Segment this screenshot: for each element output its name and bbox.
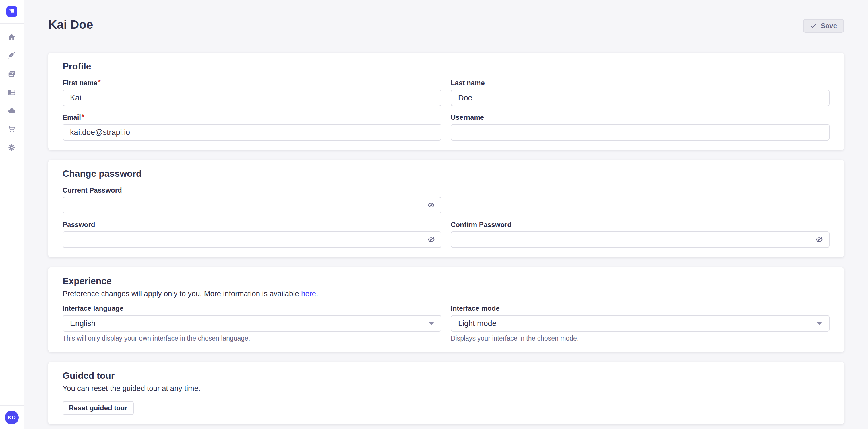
cloud-icon (7, 106, 16, 115)
strapi-logo[interactable] (6, 6, 17, 17)
toggle-password-visibility-button[interactable] (815, 236, 823, 243)
app-root: KD Kai Doe Save Profile First name* (0, 0, 868, 424)
save-button-label: Save (821, 22, 837, 30)
field-email: Email* (63, 113, 441, 141)
required-asterisk: * (82, 113, 84, 121)
field-interface-language: Interface language English This will onl… (63, 304, 441, 342)
first-name-input[interactable] (63, 90, 441, 106)
current-password-label: Current Password (63, 186, 122, 195)
current-password-wrap (63, 197, 441, 213)
eye-off-icon (427, 236, 435, 243)
interface-language-value: English (70, 319, 96, 328)
change-password-card: Change password Current Password (48, 160, 844, 257)
experience-grid: Interface language English This will onl… (63, 304, 830, 342)
sidebar-item-cloud[interactable] (5, 104, 19, 118)
experience-card: Experience Preference changes will apply… (48, 267, 844, 352)
sidebar-item-content-manager[interactable] (5, 49, 19, 63)
sidebar-user-area: KD (0, 405, 24, 429)
sidebar-item-home[interactable] (5, 30, 19, 44)
interface-mode-value: Light mode (458, 319, 497, 328)
interface-language-label: Interface language (63, 304, 123, 313)
sidebar-item-media-library[interactable] (5, 67, 19, 81)
main-content: Kai Doe Save Profile First name* (24, 0, 868, 424)
avatar[interactable]: KD (5, 410, 19, 424)
page-header: Kai Doe Save (48, 0, 844, 33)
eye-off-icon (815, 236, 823, 243)
experience-description-period: . (316, 289, 318, 298)
guided-tour-card: Guided tour You can reset the guided tou… (48, 362, 844, 424)
current-password-input[interactable] (63, 197, 441, 213)
field-first-name: First name* (63, 78, 441, 106)
interface-mode-select[interactable]: Light mode (451, 315, 830, 332)
field-confirm-password: Confirm Password (451, 220, 830, 248)
interface-language-select[interactable]: English (63, 315, 441, 332)
confirm-password-wrap (451, 231, 830, 248)
sidebar-item-settings[interactable] (5, 141, 19, 154)
last-name-input[interactable] (451, 90, 830, 106)
required-asterisk: * (98, 78, 100, 86)
reset-guided-tour-button[interactable]: Reset guided tour (63, 401, 134, 415)
confirm-password-label: Confirm Password (451, 220, 512, 229)
username-label: Username (451, 113, 484, 122)
sidebar-nav (0, 24, 24, 154)
interface-mode-label: Interface mode (451, 304, 500, 313)
more-information-link[interactable]: here (301, 289, 316, 298)
interface-mode-hint: Displays your interface in the chosen mo… (451, 334, 830, 342)
field-current-password: Current Password (63, 186, 441, 213)
cart-icon (7, 125, 16, 133)
last-name-label: Last name (451, 78, 485, 87)
sidebar: KD (0, 0, 24, 429)
password-input[interactable] (63, 231, 441, 248)
email-label: Email (63, 113, 81, 122)
chevron-down-icon (429, 322, 434, 325)
password-label: Password (63, 220, 95, 229)
profile-card: Profile First name* Last name Email (48, 53, 844, 150)
layout-icon (7, 88, 16, 97)
profile-grid: First name* Last name Email* (63, 78, 830, 141)
email-input[interactable] (63, 124, 441, 141)
images-icon (7, 70, 16, 78)
home-icon (7, 33, 16, 42)
page-title: Kai Doe (48, 17, 93, 32)
password-grid: Current Password (63, 186, 830, 248)
profile-section-title: Profile (63, 61, 830, 72)
field-username: Username (451, 113, 830, 141)
first-name-label: First name (63, 78, 97, 87)
experience-section-title: Experience (63, 275, 830, 286)
interface-language-hint: This will only display your own interfac… (63, 334, 441, 342)
logo-area (0, 0, 24, 24)
field-new-password: Password (63, 220, 441, 248)
experience-description: Preference changes will apply only to yo… (63, 289, 830, 298)
toggle-password-visibility-button[interactable] (427, 201, 435, 209)
sidebar-item-marketplace[interactable] (5, 122, 19, 136)
field-last-name: Last name (451, 78, 830, 106)
guided-tour-section-title: Guided tour (63, 370, 830, 381)
toggle-password-visibility-button[interactable] (427, 236, 435, 243)
strapi-logo-icon (7, 7, 16, 16)
save-button[interactable]: Save (803, 19, 844, 33)
password-section-title: Change password (63, 168, 830, 179)
confirm-password-input[interactable] (451, 231, 830, 248)
username-input[interactable] (451, 124, 830, 141)
eye-off-icon (427, 201, 435, 209)
experience-description-text: Preference changes will apply only to yo… (63, 289, 301, 298)
check-icon (810, 22, 817, 29)
password-wrap (63, 231, 441, 248)
chevron-down-icon (817, 322, 822, 325)
gear-icon (7, 143, 16, 152)
feather-icon (7, 52, 16, 60)
sidebar-item-content-type-builder[interactable] (5, 86, 19, 99)
field-interface-mode: Interface mode Light mode Displays your … (451, 304, 830, 342)
guided-tour-description: You can reset the guided tour at any tim… (63, 384, 830, 393)
